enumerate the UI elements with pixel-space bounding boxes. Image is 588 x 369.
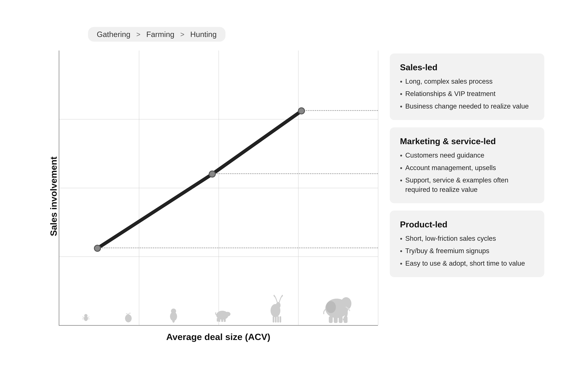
svg-point-3 [84, 314, 87, 317]
svg-rect-30 [334, 316, 338, 323]
svg-rect-19 [217, 318, 219, 322]
svg-rect-23 [275, 316, 277, 322]
bullet-dot: • [400, 259, 402, 268]
animal-apple [123, 310, 133, 324]
cards-panel: Sales-led • Long, complex sales process … [390, 51, 544, 342]
svg-rect-18 [224, 319, 226, 322]
svg-line-4 [82, 317, 84, 318]
chart-inner: Average deal size (ACV) [59, 51, 378, 342]
chart-area: Sales involvement [44, 51, 378, 342]
nav-gathering: Gathering [97, 30, 130, 39]
animals-area [59, 293, 378, 325]
svg-rect-22 [273, 316, 274, 322]
animal-deer [266, 294, 287, 324]
svg-rect-17 [221, 319, 223, 322]
svg-rect-32 [344, 316, 348, 323]
bullet-sales-2: • Relationships & VIP treatment [400, 89, 534, 99]
nav-arrow-1: > [136, 30, 140, 38]
data-point-hunting [298, 107, 305, 114]
svg-point-15 [227, 314, 230, 316]
svg-point-10 [171, 308, 176, 314]
card-bullets-marketing-led: • Customers need guidance • Account mana… [400, 151, 534, 194]
bullet-mkt-3: • Support, service & examples often requ… [400, 175, 534, 194]
bullet-dot: • [400, 234, 402, 243]
page-container: Gathering > Farming > Hunting Sales invo… [29, 15, 559, 354]
grid-v-4 [378, 51, 378, 325]
chart-plot [59, 51, 378, 326]
svg-point-8 [125, 314, 132, 322]
card-title-product-led: Product-led [400, 219, 534, 229]
bullet-dot: • [400, 89, 402, 99]
svg-rect-31 [339, 316, 342, 323]
bullet-dot: • [400, 246, 402, 256]
animal-boar [214, 305, 233, 324]
svg-line-0 [98, 174, 212, 248]
svg-point-12 [172, 318, 175, 323]
bullet-dot: • [400, 176, 402, 185]
nav-farming: Farming [146, 30, 174, 39]
card-bullets-sales-led: • Long, complex sales process • Relation… [400, 77, 534, 111]
bullet-prod-2: • Try/buy & freemium signups [400, 246, 534, 256]
card-bullets-product-led: • Short, low-friction sales cycles • Try… [400, 234, 534, 268]
nav-arrow-2: > [180, 30, 184, 38]
svg-line-5 [88, 317, 89, 318]
chart-wrapper: Sales involvement [44, 51, 378, 342]
bullet-sales-1: • Long, complex sales process [400, 77, 534, 86]
dashed-line-3 [301, 110, 378, 111]
animal-elephant [320, 291, 355, 324]
dashed-line-2 [212, 173, 378, 174]
nav-hunting: Hunting [190, 30, 217, 39]
data-point-farming [209, 171, 216, 178]
svg-rect-29 [329, 316, 333, 323]
animal-chicken [167, 306, 180, 324]
bullet-prod-1: • Short, low-friction sales cycles [400, 234, 534, 243]
card-sales-led: Sales-led • Long, complex sales process … [390, 53, 544, 120]
dashed-line-1 [98, 247, 378, 248]
animal-bug [82, 312, 90, 324]
bullet-dot: • [400, 102, 402, 111]
card-product-led: Product-led • Short, low-friction sales … [390, 211, 544, 277]
bullet-dot: • [400, 77, 402, 86]
bullet-dot: • [400, 151, 402, 160]
y-axis-label: Sales involvement [44, 51, 59, 342]
svg-point-28 [326, 301, 336, 313]
x-axis-label: Average deal size (ACV) [59, 332, 378, 342]
grid-h-1 [59, 119, 378, 119]
card-title-marketing-led: Marketing & service-led [400, 136, 534, 146]
top-nav: Gathering > Farming > Hunting [88, 27, 226, 42]
bullet-mkt-1: • Customers need guidance [400, 151, 534, 160]
card-marketing-led: Marketing & service-led • Customers need… [390, 127, 544, 203]
bullet-sales-3: • Business change needed to realize valu… [400, 102, 534, 111]
card-title-sales-led: Sales-led [400, 62, 534, 72]
svg-line-1 [212, 111, 301, 174]
svg-rect-25 [280, 316, 281, 322]
bullet-dot: • [400, 163, 402, 173]
grid-h-2 [59, 188, 378, 188]
main-content: Sales involvement [44, 51, 544, 342]
bullet-mkt-2: • Account management, upsells [400, 163, 534, 173]
grid-h-3 [59, 256, 378, 257]
data-point-gathering [94, 245, 101, 252]
svg-point-21 [276, 302, 280, 308]
bullet-prod-3: • Easy to use & adopt, short time to val… [400, 258, 534, 268]
svg-rect-24 [277, 316, 279, 322]
